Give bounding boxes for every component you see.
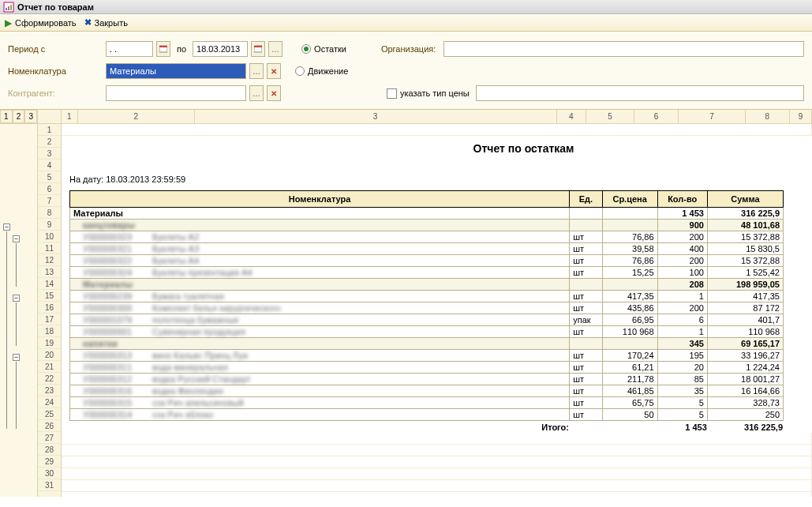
row-number[interactable]: 14 bbox=[38, 278, 61, 290]
col-3[interactable]: 3 bbox=[195, 110, 557, 123]
outline-level-1[interactable]: 1 bbox=[0, 110, 13, 123]
row-number[interactable]: 13 bbox=[38, 266, 61, 278]
row-number[interactable]: 4 bbox=[38, 160, 61, 171]
contragent-input[interactable] bbox=[106, 85, 246, 101]
row-number[interactable]: 21 bbox=[38, 361, 61, 373]
unit: шт bbox=[570, 291, 602, 302]
unit: шт bbox=[570, 385, 602, 397]
radio-balance[interactable]: Остатки bbox=[301, 44, 346, 54]
row-number[interactable]: 27 bbox=[38, 432, 61, 444]
row-number[interactable]: 29 bbox=[38, 456, 61, 468]
sum: 16 164,66 bbox=[707, 385, 783, 397]
outline-toggle[interactable]: − bbox=[13, 235, 20, 242]
row-number[interactable]: 22 bbox=[38, 373, 61, 385]
radio-movement[interactable]: Движение bbox=[295, 66, 348, 76]
outline-toggle[interactable]: − bbox=[13, 354, 20, 361]
unit: шт bbox=[570, 267, 602, 279]
row-number[interactable]: 18 bbox=[38, 325, 61, 337]
row-number[interactable]: 12 bbox=[38, 254, 61, 266]
unit bbox=[570, 279, 602, 291]
subgroup-label: канцтовары bbox=[70, 220, 570, 231]
unit: шт bbox=[570, 350, 602, 362]
unit bbox=[570, 208, 602, 220]
item-name: У000000316водка Финляндия bbox=[70, 385, 570, 397]
sum: 1 224,24 bbox=[707, 362, 783, 374]
sheet-body[interactable]: 1 2 3 4 5 6 7 8 9 Отчет по остаткам На д… bbox=[62, 110, 812, 497]
row-number[interactable]: 24 bbox=[38, 396, 61, 408]
outline-line bbox=[6, 231, 7, 429]
outline-toggle[interactable]: − bbox=[3, 223, 10, 231]
outline-level-3[interactable]: 3 bbox=[24, 110, 37, 123]
org-input[interactable] bbox=[443, 41, 804, 57]
row-number[interactable]: 28 bbox=[38, 444, 61, 456]
avg: 61,21 bbox=[602, 362, 657, 374]
row-number[interactable]: 9 bbox=[38, 219, 61, 231]
table-row: Материалы208198 959,05 bbox=[70, 279, 784, 291]
unit: шт bbox=[570, 243, 602, 255]
close-button[interactable]: ✖ Закрыть bbox=[84, 17, 128, 28]
col-9[interactable]: 9 bbox=[790, 110, 812, 123]
qty: 195 bbox=[657, 350, 707, 362]
row-number[interactable]: 26 bbox=[38, 420, 61, 432]
row-number[interactable]: 2 bbox=[38, 136, 61, 148]
col-2[interactable]: 2 bbox=[78, 110, 195, 123]
row-number[interactable]: 10 bbox=[38, 231, 61, 242]
contragent-label: Контрагент: bbox=[8, 88, 103, 98]
row-number[interactable]: 3 bbox=[38, 148, 61, 160]
row-number[interactable]: 15 bbox=[38, 290, 61, 302]
col-7[interactable]: 7 bbox=[679, 110, 745, 123]
row-number[interactable]: 23 bbox=[38, 385, 61, 396]
col-8[interactable]: 8 bbox=[746, 110, 790, 123]
col-1[interactable]: 1 bbox=[62, 110, 78, 123]
clear-button[interactable]: ✕ bbox=[267, 63, 281, 79]
outline-level-2[interactable]: 2 bbox=[13, 110, 25, 123]
ellipsis-button[interactable]: … bbox=[249, 85, 264, 101]
row-number[interactable]: 7 bbox=[38, 195, 61, 207]
row-number[interactable]: 17 bbox=[38, 314, 61, 325]
avg: 65,75 bbox=[602, 397, 657, 409]
col-6[interactable]: 6 bbox=[634, 110, 679, 123]
run-button[interactable]: ▶ Сформировать bbox=[5, 17, 77, 28]
row-number[interactable]: 20 bbox=[38, 349, 61, 361]
calendar-icon[interactable] bbox=[251, 41, 265, 57]
qty: 345 bbox=[657, 338, 707, 350]
row-number[interactable]: 30 bbox=[38, 468, 61, 479]
radio-movement-label: Движение bbox=[308, 66, 348, 76]
ellipsis-button[interactable]: … bbox=[249, 63, 264, 79]
sum: 328,73 bbox=[707, 397, 783, 409]
row-number[interactable]: 5 bbox=[38, 171, 61, 183]
qty: 200 bbox=[657, 255, 707, 267]
ellipsis-button[interactable]: … bbox=[268, 41, 283, 57]
row-number[interactable]: 8 bbox=[38, 207, 61, 219]
clear-button[interactable]: ✕ bbox=[267, 85, 281, 101]
col-4[interactable]: 4 bbox=[557, 110, 587, 123]
avg: 170,24 bbox=[602, 350, 657, 362]
qty: 400 bbox=[657, 243, 707, 255]
pricetype-checkbox[interactable]: указать тип цены bbox=[387, 88, 470, 99]
sum: 417,35 bbox=[707, 291, 783, 302]
row-number[interactable]: 31 bbox=[38, 479, 61, 491]
sum: 69 165,17 bbox=[707, 338, 783, 350]
row-number[interactable]: 1 bbox=[38, 124, 61, 136]
calendar-icon[interactable] bbox=[156, 41, 170, 57]
col-5[interactable]: 5 bbox=[586, 110, 634, 123]
avg: 110 968 bbox=[602, 326, 657, 338]
row-number[interactable]: 19 bbox=[38, 337, 61, 349]
report-date: На дату: 18.03.2013 23:59:59 bbox=[69, 168, 804, 190]
outline-toggle[interactable]: − bbox=[13, 295, 20, 302]
avg bbox=[602, 208, 657, 220]
period-to-input[interactable] bbox=[193, 41, 248, 57]
row-number[interactable]: 16 bbox=[38, 302, 61, 314]
row-number[interactable]: 6 bbox=[38, 183, 61, 195]
period-from-input[interactable] bbox=[106, 41, 153, 57]
qty: 1 453 bbox=[657, 208, 707, 220]
play-icon: ▶ bbox=[5, 17, 12, 28]
row-number[interactable]: 11 bbox=[38, 242, 61, 254]
avg: 211,78 bbox=[602, 374, 657, 385]
table-row: У000000313вино Кальвс Принц Луишт170,241… bbox=[70, 350, 784, 362]
pricetype-input[interactable] bbox=[476, 85, 804, 101]
sum: 250 bbox=[707, 409, 783, 421]
sum: 87 172 bbox=[707, 302, 783, 314]
nomenclature-input[interactable] bbox=[106, 63, 246, 79]
row-number[interactable]: 25 bbox=[38, 408, 61, 420]
